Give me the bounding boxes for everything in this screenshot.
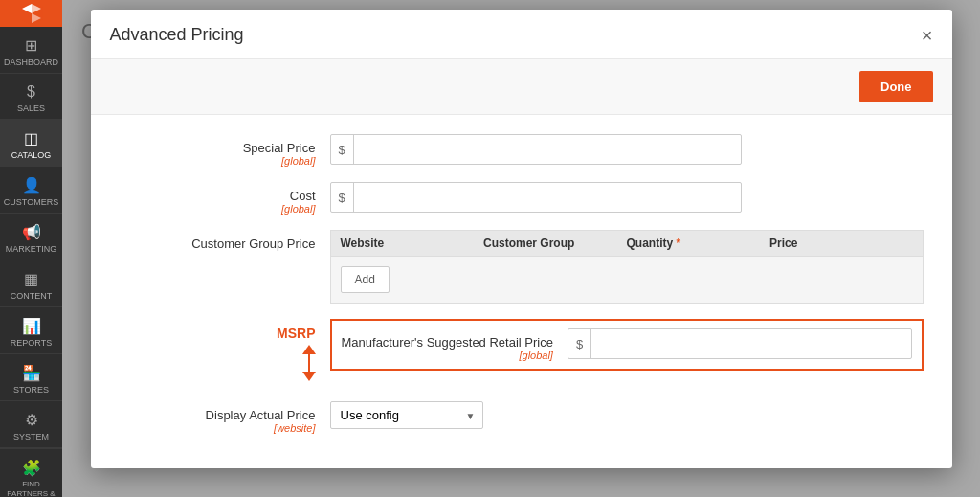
reports-icon: 📊 — [22, 317, 41, 335]
sidebar-item-system[interactable]: ⚙ SYSTEM — [0, 401, 62, 448]
special-price-row: Special Price [global] $ — [120, 134, 924, 167]
manufacturer-price-input[interactable] — [591, 329, 910, 358]
msrp-arrow — [302, 345, 316, 381]
msrp-inner: Manufacturer's Suggested Retail Price [g… — [342, 328, 912, 361]
special-price-input[interactable] — [354, 135, 741, 164]
cost-input[interactable] — [354, 183, 741, 212]
msrp-area: MSRP — [120, 319, 330, 381]
table-body: Add — [331, 257, 923, 303]
modal: Advanced Pricing × Done Special Price [g… — [91, 10, 952, 468]
find-partners-icon: 🧩 — [22, 459, 41, 477]
sidebar-item-marketing[interactable]: 📢 MARKETING — [0, 214, 62, 260]
catalog-icon: ◫ — [24, 129, 38, 147]
table-header: Website Customer Group Quantity * Price — [331, 231, 923, 257]
sidebar-item-find-partners[interactable]: 🧩 FIND PARTNERS & EXTENSIONS — [0, 448, 62, 497]
sidebar-item-sales[interactable]: $ SALES — [0, 74, 62, 120]
modal-overlay: Advanced Pricing × Done Special Price [g… — [62, 0, 980, 497]
msrp-field: Manufacturer's Suggested Retail Price [g… — [330, 319, 924, 386]
modal-header: Advanced Pricing × — [91, 10, 952, 59]
modal-body: Special Price [global] $ Cost [global — [91, 115, 952, 468]
manufacturer-price-input-area: $ — [568, 328, 912, 359]
group-price-table: Website Customer Group Quantity * Price … — [330, 230, 924, 304]
sidebar: ⊞ DASHBOARD $ SALES ◫ CATALOG 👤 CUSTOMER… — [0, 0, 62, 497]
main-area: Co Advanced Pricing × Done Special Price… — [62, 0, 980, 497]
add-button[interactable]: Add — [341, 266, 390, 293]
sidebar-item-catalog[interactable]: ◫ CATALOG — [0, 120, 62, 167]
display-actual-price-label: Display Actual Price [website] — [120, 401, 330, 434]
arrow-up-icon — [302, 345, 316, 354]
customers-icon: 👤 — [22, 176, 41, 194]
display-actual-price-row: Display Actual Price [website] Use confi… — [120, 401, 924, 434]
sidebar-item-customers[interactable]: 👤 CUSTOMERS — [0, 167, 62, 214]
display-actual-price-field: Use config On Gesture In Cart Before Ord… — [330, 401, 924, 429]
customer-group-price-label: Customer Group Price — [120, 230, 330, 251]
msrp-field-section: MSRP Manufacturer's Suggested Retail Pri… — [120, 319, 924, 386]
arrow-line — [308, 354, 310, 372]
marketing-icon: 📢 — [22, 223, 41, 241]
manufacturer-price-label: Manufacturer's Suggested Retail Price [g… — [342, 328, 568, 361]
sidebar-item-stores[interactable]: 🏪 STORES — [0, 354, 62, 401]
manufacturer-price-input-wrapper: $ — [568, 328, 912, 359]
special-price-label: Special Price [global] — [120, 134, 330, 167]
content-icon: ▦ — [24, 270, 38, 288]
col-price: Price — [769, 237, 913, 250]
done-button[interactable]: Done — [859, 71, 933, 102]
display-actual-price-select-wrapper: Use config On Gesture In Cart Before Ord… — [330, 401, 483, 429]
col-website: Website — [341, 237, 484, 250]
dashboard-icon: ⊞ — [25, 36, 37, 55]
system-icon: ⚙ — [25, 411, 38, 429]
sidebar-item-reports[interactable]: 📊 REPORTS — [0, 307, 62, 354]
arrow-down-icon — [302, 372, 316, 381]
cost-row: Cost [global] $ — [120, 182, 924, 215]
modal-title: Advanced Pricing — [110, 25, 244, 45]
manufacturer-price-prefix: $ — [568, 329, 591, 358]
col-customer-group: Customer Group — [483, 237, 627, 250]
col-quantity: Quantity * — [627, 237, 770, 250]
msrp-label: MSRP — [277, 326, 315, 341]
customer-group-price-field: Website Customer Group Quantity * Price … — [330, 230, 924, 304]
msrp-highlighted-box: Manufacturer's Suggested Retail Price [g… — [330, 319, 924, 371]
sales-icon: $ — [27, 83, 35, 101]
sidebar-item-dashboard[interactable]: ⊞ DASHBOARD — [0, 27, 62, 74]
stores-icon: 🏪 — [22, 364, 41, 382]
cost-field: $ — [330, 182, 924, 213]
special-price-prefix: $ — [331, 135, 354, 164]
special-price-field: $ — [330, 134, 924, 165]
quantity-required-star: * — [677, 237, 681, 250]
display-actual-price-select[interactable]: Use config On Gesture In Cart Before Ord… — [330, 401, 483, 429]
sidebar-logo — [0, 0, 62, 27]
cost-prefix: $ — [331, 183, 354, 212]
special-price-input-wrapper: $ — [330, 134, 742, 165]
close-button[interactable]: × — [922, 26, 933, 45]
sidebar-item-content[interactable]: ▦ CONTENT — [0, 260, 62, 307]
cost-label: Cost [global] — [120, 182, 330, 215]
cost-input-wrapper: $ — [330, 182, 742, 213]
customer-group-price-row: Customer Group Price Website Customer Gr… — [120, 230, 924, 304]
modal-toolbar: Done — [91, 59, 952, 115]
